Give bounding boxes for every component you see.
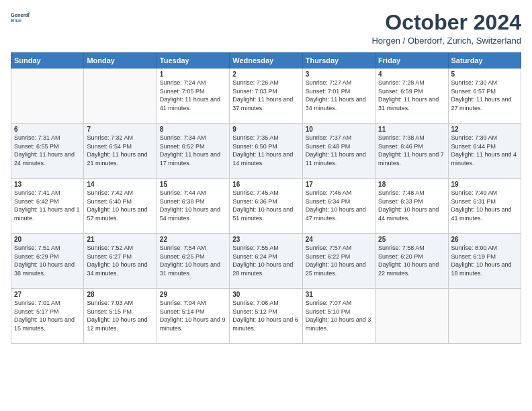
- day-number: 14: [87, 181, 153, 188]
- table-row: 27Sunrise: 7:01 AM Sunset: 5:17 PM Dayli…: [11, 289, 84, 344]
- day-number: 5: [451, 71, 518, 78]
- col-sunday: Sunday: [11, 53, 84, 68]
- table-row: 5Sunrise: 7:30 AM Sunset: 6:57 PM Daylig…: [448, 68, 521, 124]
- day-number: 29: [160, 291, 226, 298]
- day-info: Sunrise: 7:37 AM Sunset: 6:48 PM Dayligh…: [306, 134, 372, 167]
- table-row: 11Sunrise: 7:38 AM Sunset: 6:46 PM Dayli…: [375, 124, 448, 179]
- day-number: 4: [378, 71, 445, 78]
- calendar-week-3: 13Sunrise: 7:41 AM Sunset: 6:42 PM Dayli…: [11, 179, 521, 234]
- table-row: 23Sunrise: 7:55 AM Sunset: 6:24 PM Dayli…: [230, 234, 302, 289]
- day-number: 18: [378, 181, 445, 188]
- day-info: Sunrise: 7:41 AM Sunset: 6:42 PM Dayligh…: [14, 189, 81, 222]
- month-title: October 2024: [371, 11, 521, 34]
- day-info: Sunrise: 7:28 AM Sunset: 6:59 PM Dayligh…: [378, 79, 445, 112]
- day-info: Sunrise: 7:52 AM Sunset: 6:27 PM Dayligh…: [87, 244, 153, 277]
- day-info: Sunrise: 7:01 AM Sunset: 5:17 PM Dayligh…: [14, 299, 81, 332]
- day-info: Sunrise: 7:26 AM Sunset: 7:03 PM Dayligh…: [232, 79, 299, 112]
- day-number: 23: [232, 236, 299, 243]
- day-number: 30: [232, 291, 299, 298]
- day-number: 6: [14, 126, 81, 133]
- day-info: Sunrise: 7:24 AM Sunset: 7:05 PM Dayligh…: [160, 79, 226, 112]
- table-row: 7Sunrise: 7:32 AM Sunset: 6:54 PM Daylig…: [84, 124, 157, 179]
- calendar-week-2: 6Sunrise: 7:31 AM Sunset: 6:55 PM Daylig…: [11, 124, 521, 179]
- day-number: 27: [14, 291, 81, 298]
- table-row: [11, 68, 84, 124]
- table-row: 28Sunrise: 7:03 AM Sunset: 5:15 PM Dayli…: [84, 289, 157, 344]
- day-number: 1: [160, 71, 226, 78]
- calendar-week-1: 1Sunrise: 7:24 AM Sunset: 7:05 PM Daylig…: [11, 68, 521, 124]
- title-block: October 2024 Horgen / Oberdorf, Zurich, …: [371, 11, 521, 46]
- day-number: 20: [14, 236, 81, 243]
- table-row: 18Sunrise: 7:48 AM Sunset: 6:33 PM Dayli…: [375, 179, 448, 234]
- day-info: Sunrise: 7:27 AM Sunset: 7:01 PM Dayligh…: [306, 79, 372, 112]
- table-row: 8Sunrise: 7:34 AM Sunset: 6:52 PM Daylig…: [157, 124, 229, 179]
- day-info: Sunrise: 7:35 AM Sunset: 6:50 PM Dayligh…: [232, 134, 299, 167]
- day-number: 9: [232, 126, 299, 133]
- table-row: 19Sunrise: 7:49 AM Sunset: 6:31 PM Dayli…: [448, 179, 521, 234]
- day-number: 8: [160, 126, 226, 133]
- table-row: 2Sunrise: 7:26 AM Sunset: 7:03 PM Daylig…: [230, 68, 302, 124]
- table-row: 29Sunrise: 7:04 AM Sunset: 5:14 PM Dayli…: [157, 289, 229, 344]
- table-row: [84, 68, 157, 124]
- day-info: Sunrise: 7:46 AM Sunset: 6:34 PM Dayligh…: [306, 189, 372, 222]
- day-number: 26: [451, 236, 518, 243]
- table-row: 26Sunrise: 8:00 AM Sunset: 6:19 PM Dayli…: [448, 234, 521, 289]
- day-info: Sunrise: 7:42 AM Sunset: 6:40 PM Dayligh…: [87, 189, 153, 222]
- logo-icon: General Blue: [11, 11, 30, 24]
- table-row: 6Sunrise: 7:31 AM Sunset: 6:55 PM Daylig…: [11, 124, 84, 179]
- day-number: 21: [87, 236, 153, 243]
- day-number: 28: [87, 291, 153, 298]
- day-info: Sunrise: 7:54 AM Sunset: 6:25 PM Dayligh…: [160, 244, 226, 277]
- day-info: Sunrise: 7:38 AM Sunset: 6:46 PM Dayligh…: [378, 134, 445, 167]
- day-info: Sunrise: 7:06 AM Sunset: 5:12 PM Dayligh…: [232, 299, 299, 332]
- calendar-header-row: Sunday Monday Tuesday Wednesday Thursday…: [11, 53, 521, 68]
- day-number: 13: [14, 181, 81, 188]
- table-row: 25Sunrise: 7:58 AM Sunset: 6:20 PM Dayli…: [375, 234, 448, 289]
- table-row: 16Sunrise: 7:45 AM Sunset: 6:36 PM Dayli…: [230, 179, 302, 234]
- day-info: Sunrise: 7:51 AM Sunset: 6:29 PM Dayligh…: [14, 244, 81, 277]
- day-number: 2: [232, 71, 299, 78]
- table-row: 10Sunrise: 7:37 AM Sunset: 6:48 PM Dayli…: [302, 124, 375, 179]
- day-number: 24: [306, 236, 372, 243]
- table-row: 22Sunrise: 7:54 AM Sunset: 6:25 PM Dayli…: [157, 234, 229, 289]
- logo: General Blue: [11, 11, 30, 24]
- table-row: 31Sunrise: 7:07 AM Sunset: 5:10 PM Dayli…: [302, 289, 375, 344]
- day-info: Sunrise: 7:44 AM Sunset: 6:38 PM Dayligh…: [160, 189, 226, 222]
- col-monday: Monday: [84, 53, 157, 68]
- table-row: 14Sunrise: 7:42 AM Sunset: 6:40 PM Dayli…: [84, 179, 157, 234]
- day-number: 19: [451, 181, 518, 188]
- day-number: 17: [306, 181, 372, 188]
- day-info: Sunrise: 8:00 AM Sunset: 6:19 PM Dayligh…: [451, 244, 518, 277]
- location: Horgen / Oberdorf, Zurich, Switzerland: [371, 36, 521, 46]
- col-wednesday: Wednesday: [230, 53, 302, 68]
- header: General Blue October 2024 Horgen / Oberd…: [11, 11, 521, 46]
- day-info: Sunrise: 7:30 AM Sunset: 6:57 PM Dayligh…: [451, 79, 518, 112]
- table-row: [448, 289, 521, 344]
- day-info: Sunrise: 7:55 AM Sunset: 6:24 PM Dayligh…: [232, 244, 299, 277]
- col-friday: Friday: [375, 53, 448, 68]
- day-info: Sunrise: 7:49 AM Sunset: 6:31 PM Dayligh…: [451, 189, 518, 222]
- day-number: 11: [378, 126, 445, 133]
- table-row: 21Sunrise: 7:52 AM Sunset: 6:27 PM Dayli…: [84, 234, 157, 289]
- day-info: Sunrise: 7:57 AM Sunset: 6:22 PM Dayligh…: [306, 244, 372, 277]
- day-info: Sunrise: 7:34 AM Sunset: 6:52 PM Dayligh…: [160, 134, 226, 167]
- day-number: 16: [232, 181, 299, 188]
- col-tuesday: Tuesday: [157, 53, 229, 68]
- table-row: 24Sunrise: 7:57 AM Sunset: 6:22 PM Dayli…: [302, 234, 375, 289]
- svg-text:Blue: Blue: [11, 17, 21, 24]
- day-number: 25: [378, 236, 445, 243]
- day-info: Sunrise: 7:45 AM Sunset: 6:36 PM Dayligh…: [232, 189, 299, 222]
- table-row: 13Sunrise: 7:41 AM Sunset: 6:42 PM Dayli…: [11, 179, 84, 234]
- calendar-week-4: 20Sunrise: 7:51 AM Sunset: 6:29 PM Dayli…: [11, 234, 521, 289]
- day-info: Sunrise: 7:48 AM Sunset: 6:33 PM Dayligh…: [378, 189, 445, 222]
- col-thursday: Thursday: [302, 53, 375, 68]
- day-number: 12: [451, 126, 518, 133]
- table-row: 15Sunrise: 7:44 AM Sunset: 6:38 PM Dayli…: [157, 179, 229, 234]
- day-info: Sunrise: 7:03 AM Sunset: 5:15 PM Dayligh…: [87, 299, 153, 332]
- table-row: 17Sunrise: 7:46 AM Sunset: 6:34 PM Dayli…: [302, 179, 375, 234]
- day-info: Sunrise: 7:07 AM Sunset: 5:10 PM Dayligh…: [306, 299, 372, 332]
- day-number: 7: [87, 126, 153, 133]
- table-row: [375, 289, 448, 344]
- day-info: Sunrise: 7:58 AM Sunset: 6:20 PM Dayligh…: [378, 244, 445, 277]
- calendar-week-5: 27Sunrise: 7:01 AM Sunset: 5:17 PM Dayli…: [11, 289, 521, 344]
